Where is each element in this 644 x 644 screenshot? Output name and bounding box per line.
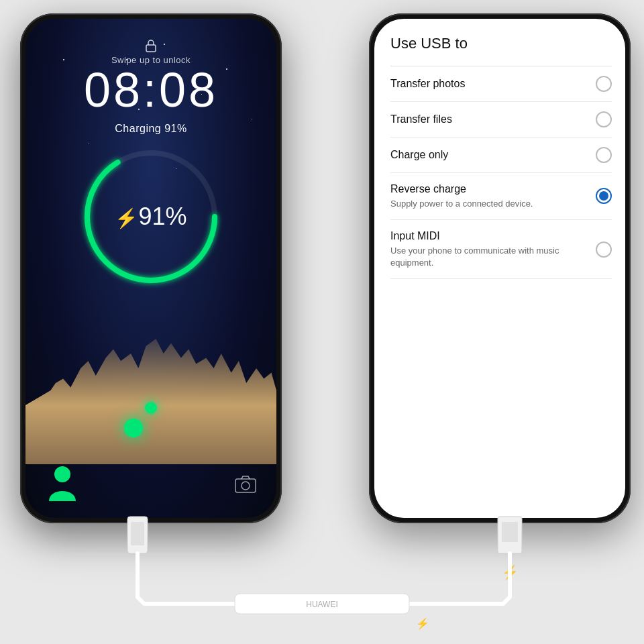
option-reverse-charge[interactable]: Reverse charge Supply power to a connect… (390, 173, 612, 220)
right-phone-screen: Use USB to Transfer photos Transfer file… (374, 19, 625, 518)
option-text-input-midi: Input MIDI Use your phone to communicate… (390, 229, 588, 269)
svg-rect-10 (502, 522, 518, 542)
option-text-transfer-photos: Transfer photos (390, 77, 588, 91)
time-display: 08:08 (25, 62, 276, 117)
battery-percent-text: ⚡91% (115, 203, 186, 231)
option-label-transfer-files: Transfer files (390, 113, 588, 127)
star (252, 119, 252, 119)
option-label-transfer-photos: Transfer photos (390, 77, 588, 91)
svg-point-5 (241, 482, 250, 490)
left-phone-screen: Swipe up to unlock 08:08 Charging 91% (25, 19, 276, 518)
radio-transfer-files[interactable] (596, 111, 612, 127)
lock-area: Swipe up to unlock (25, 39, 276, 65)
svg-text:⚡: ⚡ (416, 617, 429, 630)
camera-icon (235, 476, 256, 493)
option-label-input-midi: Input MIDI (390, 229, 588, 244)
radio-charge-only[interactable] (596, 147, 612, 163)
bolt-icon: ⚡ (115, 208, 138, 229)
svg-text:HUAWEI: HUAWEI (306, 600, 338, 609)
option-text-charge-only: Charge only (390, 148, 588, 162)
charging-text: Charging 91% (25, 123, 276, 135)
option-input-midi[interactable]: Input MIDI Use your phone to communicate… (390, 220, 612, 279)
svg-rect-4 (235, 479, 256, 492)
option-label-reverse-charge: Reverse charge (390, 182, 588, 197)
option-text-reverse-charge: Reverse charge Supply power to a connect… (390, 182, 588, 210)
option-transfer-files[interactable]: Transfer files (390, 102, 612, 138)
left-phone: Swipe up to unlock 08:08 Charging 91% (20, 13, 282, 523)
radio-input-midi[interactable] (596, 241, 612, 258)
radio-transfer-photos[interactable] (596, 76, 612, 92)
left-phone-outer: Swipe up to unlock 08:08 Charging 91% (20, 13, 282, 523)
bubble-small (145, 402, 157, 414)
option-sublabel-reverse-charge: Supply power to a connected device. (390, 198, 588, 210)
lock-icon (146, 39, 156, 52)
option-charge-only[interactable]: Charge only (390, 138, 612, 173)
bubble-large (124, 419, 143, 437)
svg-point-3 (54, 466, 70, 482)
option-sublabel-input-midi: Use your phone to communicate with music… (390, 245, 588, 269)
usb-cable: ⚡ HUAWEI ⚡ (0, 510, 644, 644)
bottom-icons (25, 464, 276, 504)
svg-rect-0 (146, 45, 156, 52)
svg-rect-7 (131, 522, 144, 545)
usb-dialog: Use USB to Transfer photos Transfer file… (374, 19, 625, 279)
radio-reverse-charge[interactable] (596, 188, 612, 204)
right-phone: Use USB to Transfer photos Transfer file… (369, 13, 631, 523)
option-transfer-photos[interactable]: Transfer photos (390, 66, 612, 102)
option-label-charge-only: Charge only (390, 148, 588, 162)
dialog-title: Use USB to (390, 35, 612, 52)
scene: Swipe up to unlock 08:08 Charging 91% (0, 0, 644, 644)
charging-ring-area: ⚡91% (77, 143, 225, 290)
option-text-transfer-files: Transfer files (390, 113, 588, 127)
right-phone-outer: Use USB to Transfer photos Transfer file… (369, 13, 631, 523)
person-icon (46, 464, 79, 504)
